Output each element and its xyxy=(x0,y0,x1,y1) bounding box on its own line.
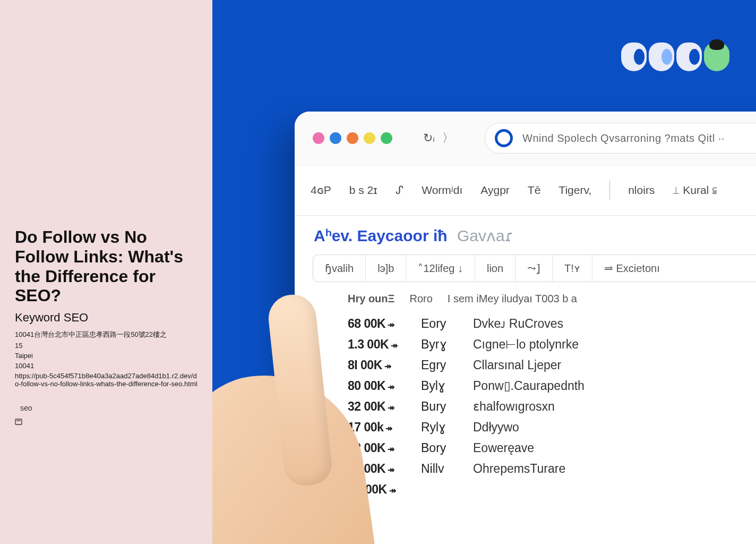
hero-illustration: ↻ᵢ 〉 Wnind Spolech Qvsarroning ?mats Qit… xyxy=(212,0,756,544)
filter-pill[interactable]: ⥬ Excietonı xyxy=(592,255,672,282)
filter-pill[interactable]: lion xyxy=(475,255,516,282)
brand-glyph xyxy=(621,42,647,71)
share-icon[interactable] xyxy=(15,418,22,424)
article-subtitle: Keyword SEO xyxy=(15,311,197,325)
info-b: Roro xyxy=(409,293,432,305)
traffic-dot[interactable] xyxy=(381,132,392,144)
address-bar-text: Wnind Spolech Qvsarroning ?mats Qitl ·· xyxy=(522,132,725,144)
brand-glyph xyxy=(649,42,674,71)
brand-glyphs xyxy=(621,42,729,71)
traffic-dot[interactable] xyxy=(364,132,375,144)
nav-history: ↻ᵢ 〉 xyxy=(423,130,454,146)
meta-address-1: 10041台灣台北市中正區忠孝西路一段50號22樓之 xyxy=(15,330,197,339)
result-tabs: 4ɢР b s 2ɪ ᔑ Wormʲdı Aygpr Тē Tigerv, nl… xyxy=(295,165,756,216)
row-desc: Ponw▯.Caurapednth xyxy=(473,379,585,393)
keyword-row[interactable]: 8I 00K↠EgryCllarsınal Ljeper xyxy=(348,355,756,376)
heading-sub: Gavʌaɾ xyxy=(457,227,513,244)
info-a: Hry ounΞ xyxy=(348,293,394,305)
meta-postcode: 10041 xyxy=(15,362,197,370)
brand-glyph xyxy=(704,42,729,71)
keyword-row[interactable]: 80 00K↠NillvOhrepemsTurare xyxy=(348,458,756,479)
row-desc: Eoweręave xyxy=(473,441,534,455)
keyword-row[interactable]: 68 00K↠EoryDvkeᴊ RuCroves xyxy=(348,313,756,334)
svg-rect-0 xyxy=(15,419,22,424)
meta-url[interactable]: https://pub-5c454f571b8e40a3a2aad27ade84… xyxy=(15,372,197,388)
tab-item[interactable]: b s 2ɪ xyxy=(349,184,378,197)
tab-item[interactable]: ᔑ xyxy=(396,184,403,197)
row-volume: 1.3 00K↠ xyxy=(348,337,406,352)
tag-seo[interactable]: seo xyxy=(15,403,38,413)
row-code: Bury xyxy=(421,400,458,414)
row-code: Egry xyxy=(421,358,458,372)
tab-separator xyxy=(609,181,610,200)
results-heading: Aʰev. Eaycaoor iħ Gavʌaɾ xyxy=(295,216,756,250)
row-volume: 8E 00K↠ xyxy=(348,482,406,497)
traffic-dot[interactable] xyxy=(330,132,341,144)
keyword-row[interactable]: 1.3 00K↠ByrɣCıgne⊢lo ptolynrke xyxy=(348,334,756,355)
row-volume: 80 00K↠ xyxy=(348,462,406,476)
keyword-row[interactable]: 80 00K↠BylɣPonw▯.Caurapednth xyxy=(348,376,756,396)
address-bar[interactable]: Wnind Spolech Qvsarroning ?mats Qitl ·· xyxy=(485,123,756,154)
filter-bar: ɧvalih lэ]b ˄12lifeg ↓ lion ⤳]̧ T!ʏ ⥬ Ex… xyxy=(313,254,756,282)
keyword-row[interactable]: 17 00k↠RylɣDdłyywo xyxy=(348,417,756,438)
keyword-row[interactable]: 8E 00K↠ xyxy=(348,479,756,500)
article-title: Do Follow vs No Follow Links: What's the… xyxy=(15,227,197,305)
row-code: Eory xyxy=(421,317,458,331)
row-volume: 80 00K↠ xyxy=(348,379,406,393)
tab-item[interactable]: Tigerv, xyxy=(559,184,591,197)
row-volume: 32 00K↠ xyxy=(348,400,406,414)
traffic-dot[interactable] xyxy=(347,132,358,144)
article-sidebar: Do Follow vs No Follow Links: What's the… xyxy=(0,0,212,544)
tab-item[interactable]: 4ɢР xyxy=(311,184,331,197)
tab-item[interactable]: nloirs xyxy=(628,184,655,197)
traffic-lights xyxy=(313,132,392,144)
window-titlebar: ↻ᵢ 〉 Wnind Spolech Qvsarroning ?mats Qit… xyxy=(295,112,756,165)
reload-icon[interactable]: ↻ᵢ xyxy=(423,131,435,145)
meta-address-2: 15 xyxy=(15,342,197,350)
row-code: Bylɣ xyxy=(421,379,458,393)
forward-icon[interactable]: 〉 xyxy=(442,130,454,146)
row-desc: Dvkeᴊ RuCroves xyxy=(473,317,563,331)
browser-window: ↻ᵢ 〉 Wnind Spolech Qvsarroning ?mats Qit… xyxy=(295,112,756,544)
search-engine-icon xyxy=(495,129,513,147)
tab-item[interactable]: Тē xyxy=(528,184,541,197)
results-info: Hry ounΞ Roro I sem iMey iludyaı T003 b … xyxy=(295,290,756,311)
row-desc: Cıgne⊢lo ptolynrke xyxy=(473,337,579,352)
keyword-rows: 68 00K↠EoryDvkeᴊ RuCroves1.3 00K↠ByrɣCıg… xyxy=(295,311,756,502)
row-volume: 8I 00K↠ xyxy=(348,358,406,372)
tab-item[interactable]: ⟂ Kural ⫅ xyxy=(673,184,718,197)
filter-pill[interactable]: ˄12lifeg ↓ xyxy=(406,255,475,282)
info-c: I sem iMey iludyaı T003 b a xyxy=(448,293,577,305)
heading-main: Aʰev. Eaycaoor iħ xyxy=(314,227,448,244)
row-volume: 68 00K↠ xyxy=(348,317,406,331)
row-desc: Cllarsınal Ljeper xyxy=(473,358,561,372)
row-volume: 17 00k↠ xyxy=(348,420,406,435)
row-desc: OhrepemsTurare xyxy=(473,462,565,476)
row-volume: 32 00K↠ xyxy=(348,441,406,455)
filter-pill[interactable]: ⤳]̧ xyxy=(516,255,553,282)
row-code: Bory xyxy=(421,441,458,455)
filter-pill[interactable]: T!ʏ xyxy=(553,255,592,282)
tab-item[interactable]: Aygpr xyxy=(480,184,509,197)
filter-pill[interactable]: ɧvalih xyxy=(313,255,366,282)
row-desc: Ddłyywo xyxy=(473,420,519,435)
keyword-row[interactable]: 32 00K↠Buryɛhalfowıgrosxn xyxy=(348,396,756,417)
row-code: Rylɣ xyxy=(421,420,458,435)
row-desc: ɛhalfowıgrosxn xyxy=(473,400,555,414)
traffic-dot[interactable] xyxy=(313,132,324,144)
row-code: Nillv xyxy=(421,462,458,476)
keyword-row[interactable]: 32 00K↠BoryEoweręave xyxy=(348,438,756,458)
row-code: Byrɣ xyxy=(421,337,458,352)
brand-glyph xyxy=(676,42,702,71)
tab-item[interactable]: Wormʲdı xyxy=(422,184,462,197)
filter-pill[interactable]: lэ]b xyxy=(366,255,406,282)
meta-city: Taipei xyxy=(15,352,197,360)
